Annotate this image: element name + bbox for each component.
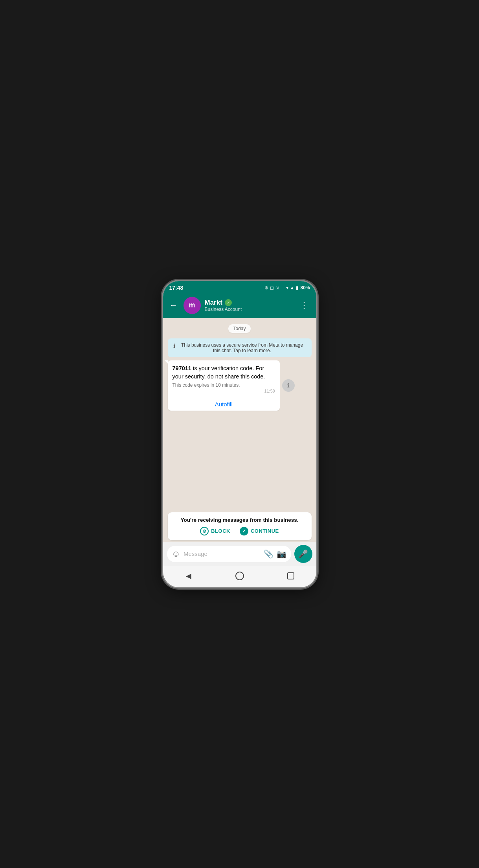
info-notice[interactable]: ℹ This business uses a secure service fr…: [168, 338, 312, 357]
nav-back-button[interactable]: ◀: [181, 570, 196, 582]
signal-icon: ▲: [290, 285, 295, 291]
business-actions: ⊘ BLOCK ✓ CONTINUE: [174, 527, 305, 535]
status-bar: 17:48 ⊕ ◻ ω ▾ ▲ ▮ 80%: [163, 281, 316, 294]
nav-home-button[interactable]: [232, 570, 248, 582]
message-bubble: 797011 is your verification code. For yo…: [168, 360, 280, 411]
whatsapp-status-icon: ⊕: [264, 285, 268, 291]
back-button[interactable]: ←: [168, 299, 180, 312]
nav-square-icon: [287, 572, 294, 579]
avatar[interactable]: m: [184, 297, 201, 314]
more-options-button[interactable]: ⋮: [297, 299, 312, 312]
contact-subtitle: Business Account: [205, 307, 293, 312]
chat-area: Today ℹ This business uses a secure serv…: [163, 318, 316, 510]
business-notice-text: You're receiving messages from this busi…: [174, 517, 305, 523]
verified-badge-icon: ✓: [225, 299, 232, 306]
message-time: 11:59: [173, 389, 275, 393]
nav-recents-button[interactable]: [283, 570, 299, 582]
block-label: BLOCK: [211, 528, 230, 534]
date-badge-container: Today: [168, 324, 312, 333]
chat-header: ← m Markt ✓ Business Account ⋮: [163, 294, 316, 318]
message-input[interactable]: [184, 550, 261, 557]
status-icons: ⊕ ◻ ω ▾ ▲ ▮ 80%: [264, 284, 310, 291]
instagram-status-icon: ◻: [270, 285, 274, 291]
continue-icon: ✓: [240, 527, 248, 535]
block-button[interactable]: ⊘ BLOCK: [200, 527, 230, 535]
input-wrapper: ☺ 📎 📷: [167, 546, 291, 562]
message-container: 797011 is your verification code. For yo…: [168, 360, 312, 411]
block-icon: ⊘: [200, 527, 209, 535]
autofill-button[interactable]: Autofill: [173, 398, 275, 408]
input-bar: ☺ 📎 📷 🎤: [163, 542, 316, 566]
continue-button[interactable]: ✓ CONTINUE: [240, 527, 279, 535]
mic-button[interactable]: 🎤: [294, 545, 312, 563]
avatar-letter: m: [189, 301, 195, 309]
info-notice-icon: ℹ: [173, 343, 175, 349]
contact-info[interactable]: Markt ✓ Business Account: [205, 299, 293, 312]
status-time: 17:48: [169, 285, 184, 291]
message-text: 797011 is your verification code. For yo…: [173, 364, 275, 381]
info-notice-text: This business uses a secure service from…: [178, 342, 306, 353]
attach-button[interactable]: 📎: [264, 549, 273, 559]
phone-frame: 17:48 ⊕ ◻ ω ▾ ▲ ▮ 80% ← m Markt ✓ Busine…: [163, 281, 316, 587]
battery-percent: 80%: [300, 285, 310, 291]
nav-home-icon: [235, 572, 244, 580]
message-info-icon[interactable]: ℹ: [282, 379, 295, 392]
camera-button[interactable]: 📷: [277, 549, 286, 559]
wifi-icon: ▾: [286, 285, 288, 291]
business-notice: You're receiving messages from this busi…: [168, 512, 312, 540]
contact-name: Markt: [205, 299, 222, 307]
battery-icon: ▮: [296, 285, 299, 291]
contact-name-row: Markt ✓: [205, 299, 293, 307]
message-divider: [173, 396, 275, 396]
nav-bar: ◀: [163, 566, 316, 587]
date-pill: Today: [228, 324, 250, 333]
omega-status-icon: ω: [275, 285, 279, 291]
verification-code: 797011: [173, 365, 191, 371]
message-expires: This code expires in 10 minutes.: [173, 382, 275, 388]
continue-label: CONTINUE: [251, 528, 279, 534]
emoji-button[interactable]: ☺: [172, 549, 180, 559]
